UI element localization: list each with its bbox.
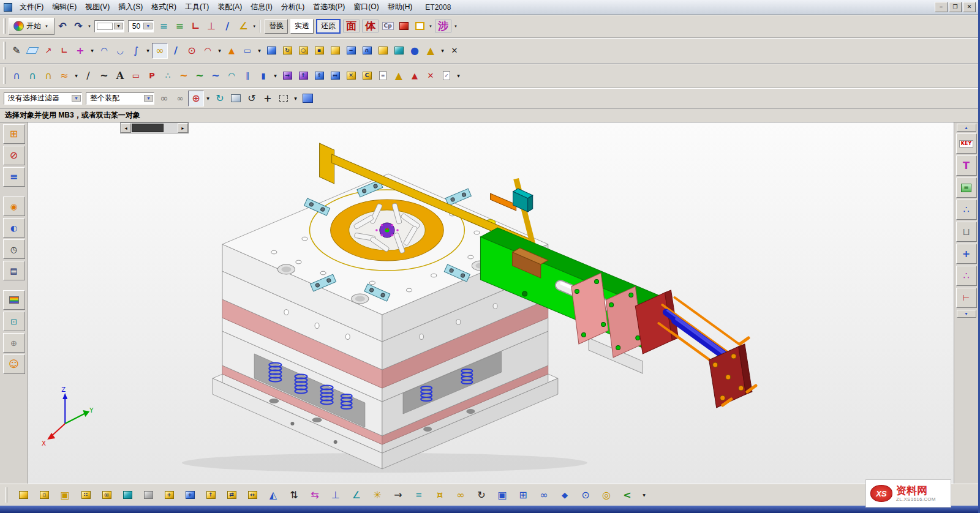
interpart-link-icon[interactable]: ∞ xyxy=(156,91,172,107)
block-icon[interactable] xyxy=(375,43,391,59)
swept-surface-icon[interactable]: ∩ xyxy=(40,68,56,84)
mirror-assembly-icon[interactable]: ◭ xyxy=(265,487,281,503)
fit-spline-icon[interactable]: ~ xyxy=(192,68,208,84)
wcs-dynamics-button[interactable]: ⊥ xyxy=(203,18,219,34)
find-component-icon[interactable]: ◎ xyxy=(99,487,115,503)
more-datum[interactable]: ▼ xyxy=(88,43,96,59)
wave-mode-icon[interactable]: ◆ xyxy=(557,487,573,503)
menu-help[interactable]: 帮助(H) xyxy=(383,1,417,13)
snap-point-icon[interactable]: ⊕ xyxy=(188,91,204,107)
measure-more-button[interactable]: ▼ xyxy=(252,24,256,28)
palette-scroll-down-button[interactable]: ▼ xyxy=(957,310,976,318)
selection-filter-combo[interactable]: 没有选择过滤器 ▼ xyxy=(4,92,82,105)
fillet-curve-icon[interactable]: ◠ xyxy=(96,43,112,59)
subtract-icon[interactable]: − xyxy=(343,43,359,59)
chain-curve-icon[interactable]: ∞ xyxy=(152,43,168,59)
face-analysis-button[interactable]: 面 xyxy=(343,20,360,32)
studio-spline-icon[interactable]: ~ xyxy=(176,68,192,84)
offset-curve-icon[interactable]: ∥ xyxy=(239,68,255,84)
body-analysis-button[interactable]: 体 xyxy=(362,20,379,32)
assembly-sequence-icon[interactable]: → xyxy=(390,487,406,503)
chamfer-curve-icon[interactable]: ◡ xyxy=(112,43,128,59)
more-curves[interactable]: ▼ xyxy=(271,68,279,84)
restore-button[interactable]: ❐ xyxy=(949,2,962,12)
arrangements-icon[interactable]: ≡ xyxy=(411,487,427,503)
circle-icon[interactable]: ⊙ xyxy=(184,43,200,59)
redo-more-button[interactable]: ▼ xyxy=(88,24,91,28)
start-button[interactable]: 开始 ▼ xyxy=(9,18,55,35)
arc-icon[interactable]: ◠ xyxy=(200,43,216,59)
unite-icon[interactable] xyxy=(327,43,343,59)
tube-icon[interactable]: ▮ xyxy=(255,68,271,84)
add-component-icon[interactable]: + xyxy=(161,487,177,503)
part-navigator-icon[interactable]: ≡ xyxy=(3,167,25,187)
layer-visible-button[interactable]: ≡ xyxy=(172,18,187,34)
palette-scroll-up-button[interactable]: ▲ xyxy=(957,124,976,132)
menu-edit[interactable]: 编辑(E) xyxy=(48,1,81,13)
menu-preferences[interactable]: 首选项(P) xyxy=(309,1,349,13)
minimize-button[interactable]: − xyxy=(935,2,948,12)
profile-curve-icon[interactable]: ∫ xyxy=(128,43,144,59)
suppress-feature-icon[interactable]: ✕ xyxy=(423,68,439,84)
remember-constraints-icon[interactable]: < xyxy=(619,487,635,503)
component-variants-icon[interactable]: ▣ xyxy=(494,487,510,503)
menu-format[interactable]: 格式(R) xyxy=(147,1,181,13)
layer-settings-button[interactable]: ≡ xyxy=(156,18,172,34)
shaded-display-icon[interactable] xyxy=(228,91,244,107)
cylinder-icon[interactable] xyxy=(391,43,407,59)
capture-arrangement-icon[interactable] xyxy=(119,487,135,503)
copy-display-button[interactable]: Cp xyxy=(380,18,396,34)
component-open-icon[interactable]: ▫ xyxy=(36,487,52,503)
rotate-component-icon[interactable]: ↻ xyxy=(473,487,489,503)
redo-button[interactable]: ↷ xyxy=(70,18,86,34)
assembly-settings-icon[interactable]: ¤ xyxy=(432,487,448,503)
sketch-icon[interactable]: ✎ xyxy=(9,43,24,59)
scroll-thumb[interactable] xyxy=(132,124,164,132)
reposition-component-icon[interactable]: ⇆ xyxy=(307,487,323,503)
reuse-library-icon[interactable]: ◉ xyxy=(3,197,25,216)
line-icon[interactable]: / xyxy=(168,43,184,59)
ball-catch-icon[interactable]: ∴ xyxy=(956,200,977,220)
geometry-link-icon[interactable]: ∞ xyxy=(172,91,188,107)
component-stack-icon[interactable]: ▣ xyxy=(57,487,73,503)
scroll-right-button[interactable]: ► xyxy=(178,123,188,133)
close-button[interactable]: ✕ xyxy=(963,2,976,12)
scroll-track[interactable] xyxy=(164,123,178,133)
display-style-combo[interactable]: ▼ xyxy=(94,20,124,32)
basic-line-icon[interactable]: / xyxy=(80,68,96,84)
measure-distance-button[interactable]: ∕ xyxy=(219,18,235,34)
assembly-navigator-icon[interactable]: ⊞ xyxy=(3,124,25,144)
new-component-icon[interactable]: + xyxy=(182,487,198,503)
mirror-feature-icon[interactable]: ▲ xyxy=(407,68,423,84)
interference-more-button[interactable]: ▼ xyxy=(454,24,458,28)
boss-icon[interactable]: ▪ xyxy=(311,43,327,59)
work-layer-combo[interactable]: 50 ▼ xyxy=(128,20,154,32)
replace-face-button[interactable]: 替换 xyxy=(265,19,288,34)
pull-face-icon[interactable]: ↑ xyxy=(295,68,311,84)
user-tools-icon[interactable]: ⊡ xyxy=(3,312,25,331)
component-icon[interactable] xyxy=(15,487,31,503)
key-library-icon[interactable]: KEY xyxy=(956,133,977,154)
rotate-view-icon[interactable]: ↺ xyxy=(244,91,260,107)
selection-scope-combo[interactable]: 整个装配 ▼ xyxy=(86,92,154,105)
wave-link-icon[interactable]: ∞ xyxy=(536,487,552,503)
orient-view-icon[interactable]: ↻ xyxy=(212,91,228,107)
ejector-set-icon[interactable]: ∴ xyxy=(956,266,977,286)
explode-assembly-icon[interactable]: ✳ xyxy=(369,487,385,503)
more-snap[interactable]: ▼ xyxy=(204,91,212,107)
freeform-surface-icon[interactable]: ≈ xyxy=(56,68,72,84)
menu-file[interactable]: 文件(F) xyxy=(15,1,48,13)
more-shape[interactable]: ▼ xyxy=(255,43,263,59)
move-component-icon[interactable]: ↔ xyxy=(244,487,260,503)
isometric-view-icon[interactable] xyxy=(300,91,315,107)
assembly-constraints-icon[interactable]: ⊥ xyxy=(328,487,344,503)
show-dof-icon[interactable]: ∠ xyxy=(349,487,364,503)
more-feature[interactable]: ▼ xyxy=(439,43,447,59)
interference-button[interactable]: 涉 xyxy=(435,20,451,32)
component-array-icon[interactable]: ∷ xyxy=(78,487,94,503)
undo-button[interactable]: ↶ xyxy=(55,18,70,34)
more-assembly[interactable]: ▼ xyxy=(640,487,648,503)
hole-icon[interactable]: ○ xyxy=(295,43,311,59)
more-basic-curve[interactable]: ▼ xyxy=(216,43,224,59)
inactive-component-icon[interactable] xyxy=(140,487,156,503)
